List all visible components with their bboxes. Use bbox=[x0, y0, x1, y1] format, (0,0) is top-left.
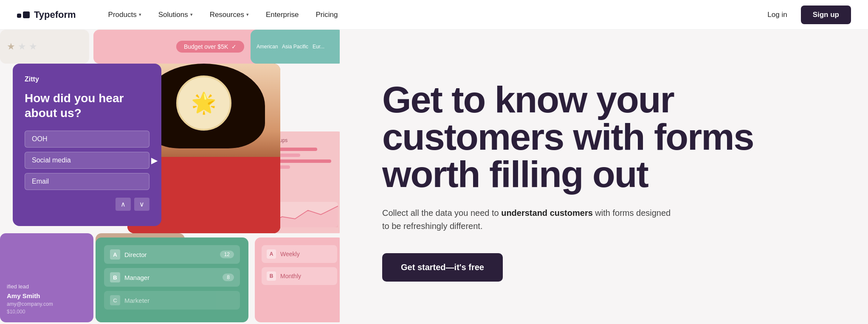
nav-item-pricing[interactable]: Pricing bbox=[309, 7, 344, 22]
nav-label-pricing: Pricing bbox=[316, 11, 338, 19]
region-text: American Asia Pacific Eur... bbox=[256, 44, 324, 50]
login-button[interactable]: Log in bbox=[761, 7, 794, 22]
poll-option-manager: B Manager 8 bbox=[104, 268, 240, 287]
nav-label-products: Products bbox=[108, 11, 137, 19]
lead-tile: ified lead Amy Smith amy@company.com $10… bbox=[0, 233, 93, 322]
poll-label-director: Director bbox=[124, 251, 147, 258]
lead-amount: $10,000 bbox=[7, 309, 87, 315]
poll-letter-c: C bbox=[110, 295, 120, 305]
form-prev-button[interactable]: ∧ bbox=[116, 198, 131, 211]
form-question: How did you hear about us? bbox=[25, 91, 149, 120]
chevron-down-icon: ▾ bbox=[246, 12, 249, 17]
poll-badge-1: 12 bbox=[220, 251, 234, 258]
poll-label-manager: Manager bbox=[124, 274, 149, 281]
nav-label-enterprise: Enterprise bbox=[266, 11, 299, 19]
poll-letter-a: A bbox=[110, 249, 120, 260]
mirror-prop: 🌟 bbox=[176, 75, 231, 131]
logo-icon bbox=[17, 11, 30, 18]
star-empty-icon: ★ bbox=[29, 41, 37, 52]
lead-title: ified lead bbox=[7, 283, 87, 290]
subtitle-start: Collect all the data you need to bbox=[382, 208, 501, 218]
nav-links: Products ▾ Solutions ▾ Resources ▾ Enter… bbox=[101, 7, 761, 22]
star-filled-icon: ★ bbox=[7, 41, 15, 52]
weekly-label-b: Monthly bbox=[280, 273, 301, 279]
logo-square-large bbox=[23, 11, 30, 18]
hero-subtitle: Collect all the data you need to underst… bbox=[382, 207, 679, 233]
hero-title: Get to know your customers with forms wo… bbox=[382, 81, 834, 193]
logo-square-small bbox=[17, 14, 21, 18]
form-option-1[interactable]: OOH bbox=[25, 131, 149, 148]
logo[interactable]: Typeform bbox=[17, 9, 76, 20]
form-option-3[interactable]: Email bbox=[25, 173, 149, 190]
poll-tile: A Director 12 B Manager 8 C Marketer bbox=[96, 237, 248, 322]
form-option-2[interactable]: Social media ▶ bbox=[25, 152, 149, 169]
weekly-letter-a: A bbox=[267, 249, 276, 259]
cta-button[interactable]: Get started—it's free bbox=[382, 253, 503, 282]
poll-option-marketer: C Marketer bbox=[104, 291, 240, 310]
nav-item-solutions[interactable]: Solutions ▾ bbox=[152, 7, 200, 22]
weekly-letter-b: B bbox=[267, 271, 276, 281]
chevron-down-icon: ▾ bbox=[139, 12, 141, 17]
weekly-option-b: B Monthly bbox=[262, 267, 337, 285]
lead-name: Amy Smith bbox=[7, 292, 87, 299]
form-navigation: ∧ ∨ bbox=[25, 198, 149, 211]
poll-option-director: A Director 12 bbox=[104, 245, 240, 264]
form-next-button[interactable]: ∨ bbox=[134, 198, 149, 211]
budget-badge: Budget over $5K ✓ bbox=[176, 41, 244, 53]
cursor-icon: ▶ bbox=[151, 155, 158, 165]
nav-item-enterprise[interactable]: Enterprise bbox=[259, 7, 305, 22]
subtitle-bold: understand customers bbox=[501, 208, 593, 218]
hero-illustration: ★ ★ ★ Budget over $5K ✓ American Asia Pa… bbox=[0, 30, 340, 324]
nav-item-resources[interactable]: Resources ▾ bbox=[203, 7, 256, 22]
star-empty-icon: ★ bbox=[18, 41, 26, 52]
nav-label-resources: Resources bbox=[210, 11, 244, 19]
nav-right: Log in Sign up bbox=[761, 6, 851, 24]
weekly-tile: A Weekly B Monthly bbox=[255, 237, 340, 322]
logo-text: Typeform bbox=[34, 9, 76, 20]
poll-letter-b: B bbox=[110, 272, 120, 282]
weekly-option-a: A Weekly bbox=[262, 245, 337, 263]
form-card: Zitty How did you hear about us? OOH Soc… bbox=[13, 64, 161, 226]
navigation: Typeform Products ▾ Solutions ▾ Resource… bbox=[0, 0, 868, 30]
hero-content: Get to know your customers with forms wo… bbox=[340, 30, 868, 324]
star-rating-tile: ★ ★ ★ bbox=[0, 30, 89, 64]
nav-label-solutions: Solutions bbox=[158, 11, 188, 19]
lead-email: amy@company.com bbox=[7, 301, 87, 307]
region-tile: American Asia Pacific Eur... bbox=[251, 30, 340, 64]
chevron-down-icon: ▾ bbox=[190, 12, 193, 17]
main-container: ★ ★ ★ Budget over $5K ✓ American Asia Pa… bbox=[0, 0, 868, 324]
form-brand: Zitty bbox=[25, 75, 149, 83]
poll-badge-2: 8 bbox=[223, 274, 234, 281]
weekly-label-a: Weekly bbox=[280, 251, 300, 257]
poll-label-marketer: Marketer bbox=[124, 297, 149, 304]
nav-item-products[interactable]: Products ▾ bbox=[101, 7, 148, 22]
signup-button[interactable]: Sign up bbox=[801, 6, 851, 24]
